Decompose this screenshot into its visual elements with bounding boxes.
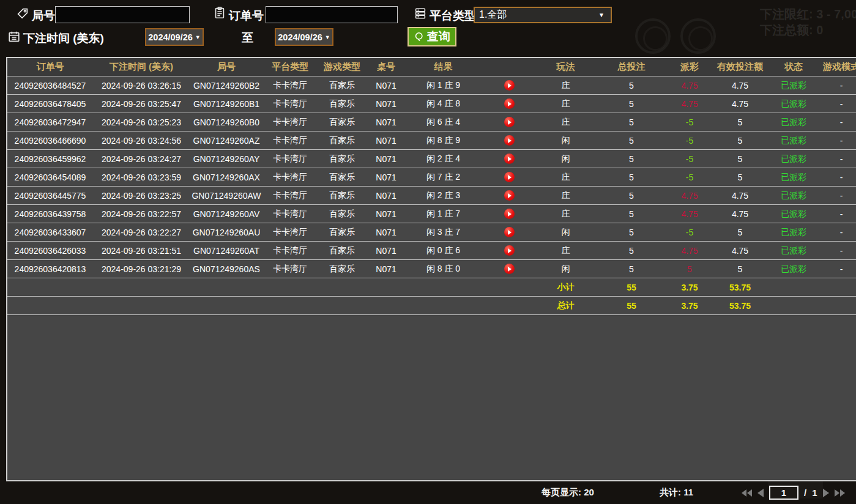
cell-bet-time: 2024-09-26 03:24:27 [93,150,190,168]
cell-round-id: GN071249260AU [190,223,263,241]
replay-play-icon[interactable] [504,209,515,219]
cell-order-id: 240926036420813 [7,260,93,278]
cell-status: 已派彩 [769,76,818,94]
cell-valid-bet: 4.75 [711,76,769,94]
replay-play-icon[interactable] [504,245,515,256]
cell-table-no: N071 [367,205,405,223]
prev-page-button[interactable] [757,489,764,497]
last-page-button[interactable] [835,489,845,497]
to-label: 至 [242,30,253,46]
cell-bet-time: 2024-09-26 03:24:56 [93,132,190,149]
cell-status: 已派彩 [769,205,818,223]
column-header: 派彩 [668,58,711,76]
cell-bet-time: 2024-09-26 03:21:29 [93,260,190,278]
first-page-button[interactable] [742,489,752,497]
cell-table-no: N071 [367,260,405,278]
cell-game-type: 百家乐 [317,113,367,131]
cell-order-id: 240926036466690 [7,132,93,149]
cell-order-id: 240926036433607 [7,223,93,241]
cell-total-bet: 5 [595,95,668,113]
replay-play-icon[interactable] [504,135,515,146]
cell-payout: -5 [668,223,711,241]
cell-game-type: 百家乐 [317,150,367,168]
cell-replay [482,150,537,168]
cell-round-id: GN071249260AW [190,187,263,204]
platform-type-dropdown[interactable]: 1.全部 ▼ [474,7,612,23]
replay-play-icon[interactable] [504,227,515,237]
cell-bet-time: 2024-09-26 03:23:59 [93,168,190,186]
cell-result: 闲 7 庄 2 [405,168,482,186]
round-number-input[interactable] [55,6,190,23]
subtotal-row: 小计553.7553.75 [7,278,856,297]
page-input[interactable]: 1 [769,486,798,500]
cell-round-id: GN071249260AS [190,260,263,278]
cell-game-type: 百家乐 [317,242,367,259]
cell-bet-time: 2024-09-26 03:26:15 [93,76,190,94]
cell-replay [482,76,537,94]
cell-result: 闲 1 庄 9 [405,76,482,94]
cell-total-bet: 5 [595,113,668,131]
calendar-icon [7,30,21,43]
replay-play-icon[interactable] [504,172,515,182]
cell-platform: 卡卡湾厅 [263,168,317,186]
date-to-picker[interactable]: 2024/09/26 ▼ [275,28,333,46]
cell-payout: -5 [668,132,711,149]
cell-replay [482,168,537,186]
cell-replay [482,187,537,204]
table-empty-area [7,315,856,480]
column-header: 下注时间 (美东) [93,58,190,76]
subtotal-row-cell [367,278,405,296]
chevron-down-icon: ▼ [598,12,611,18]
table-row: 2409260364599622024-09-26 03:24:27GN0712… [7,150,856,168]
total-row-cell [367,297,405,314]
table-row: 2409260364845272024-09-26 03:26:15GN0712… [7,76,856,95]
cell-payout: 4.75 [668,76,711,94]
table-row: 2409260364784052024-09-26 03:25:47GN0712… [7,95,856,113]
column-header: 玩法 [537,58,595,76]
subtotal-row-cell: 53.75 [711,278,769,296]
table-row: 2409260364729472024-09-26 03:25:23GN0712… [7,113,856,132]
subtotal-row-cell: 55 [595,278,668,296]
next-page-button[interactable] [823,489,829,497]
cell-valid-bet: 5 [711,132,769,149]
cell-result: 闲 2 庄 3 [405,187,482,204]
cell-table-no: N071 [367,187,405,204]
filter-bar: 局号 订单号 平台类型 1.全部 ▼ 下注时间 (美东) 2024/09/26 … [0,0,856,56]
clipboard-icon [213,6,226,20]
table-row: 2409260364336072024-09-26 03:22:27GN0712… [7,223,856,242]
cell-order-id: 240926036478405 [7,95,93,113]
cell-total-bet: 5 [595,223,668,241]
cell-game-type: 百家乐 [317,168,367,186]
replay-play-icon[interactable] [504,117,515,127]
cell-bet-time: 2024-09-26 03:22:27 [93,223,190,241]
cell-payout: -5 [668,113,711,131]
footer-bar: 每页显示: 20 共计: 11 1 / 1 [0,481,856,504]
replay-play-icon[interactable] [504,80,515,91]
cell-game-mode: - [818,168,856,186]
replay-play-icon[interactable] [504,98,515,109]
date-from-value: 2024/09/26 [148,32,193,42]
replay-play-icon[interactable] [504,154,515,164]
cell-platform: 卡卡湾厅 [263,260,317,278]
cell-payout: -5 [668,150,711,168]
cell-game-mode: - [818,76,856,94]
cell-order-id: 240926036426033 [7,242,93,259]
betting-records-screen: 下注限红: 3 - 7,00 下注总额: 0 局号 订单号 平台类型 1.全部 … [0,0,856,504]
total-pages-label: 1 [812,487,817,498]
subtotal-row-cell [482,278,537,296]
cell-table-no: N071 [367,223,405,241]
subtotal-row-cell [405,278,482,296]
total-row-cell: 总计 [537,297,595,314]
cell-payout: 4.75 [668,95,711,113]
total-row-cell [818,297,856,314]
column-header: 桌号 [367,58,405,76]
order-number-input[interactable] [266,6,398,23]
column-header: 平台类型 [263,58,317,76]
cell-game-mode: - [818,260,856,278]
date-from-picker[interactable]: 2024/09/26 ▼ [145,28,204,46]
replay-play-icon[interactable] [504,264,515,274]
cell-total-bet: 5 [595,187,668,204]
search-button[interactable]: 查询 [408,27,456,46]
table-row: 2409260364457752024-09-26 03:23:25GN0712… [7,187,856,205]
replay-play-icon[interactable] [504,190,515,201]
